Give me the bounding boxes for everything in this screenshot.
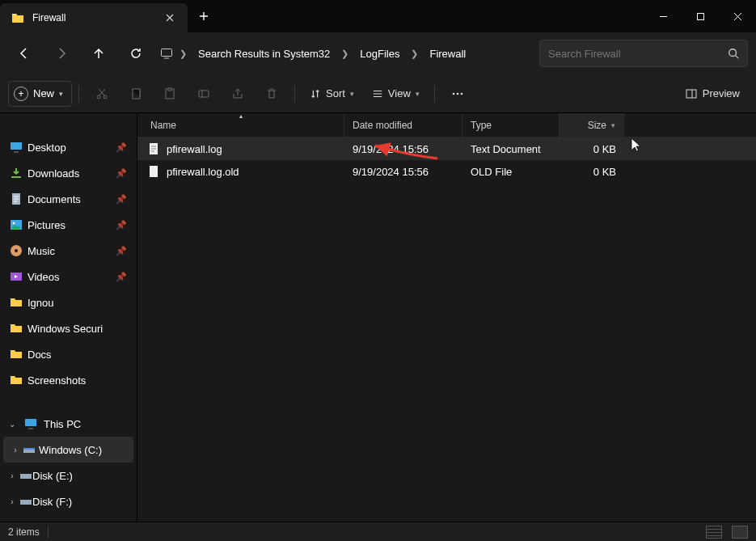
chevron-down-icon: ⌄	[6, 420, 18, 429]
sidebar-item-desktop[interactable]: Desktop📌	[0, 134, 137, 160]
delete-button[interactable]	[256, 80, 288, 108]
search-box[interactable]	[539, 40, 748, 67]
sidebar-item-music[interactable]: Music📌	[0, 238, 137, 264]
chevron-down-icon: ▾	[59, 90, 63, 98]
svg-rect-27	[150, 166, 158, 177]
preview-button[interactable]: Preview	[677, 80, 748, 108]
chevron-down-icon: ▾	[350, 90, 354, 98]
up-button[interactable]	[82, 39, 115, 68]
sidebar-item-docs[interactable]: Docs	[0, 341, 137, 367]
drive-icon	[19, 495, 32, 508]
svg-rect-0	[697, 13, 703, 19]
sidebar-item-ignou[interactable]: Ignou	[0, 290, 137, 315]
chevron-right-icon: ›	[10, 446, 21, 454]
pictures-icon	[10, 218, 23, 231]
new-tab-button[interactable]	[188, 0, 220, 32]
svg-point-2	[729, 49, 737, 57]
sidebar-item-drive-f[interactable]: ›Disk (F:)	[0, 488, 137, 514]
download-icon	[10, 167, 23, 180]
svg-rect-12	[686, 90, 696, 98]
maximize-button[interactable]	[682, 0, 719, 32]
column-headers: ▴Name Date modified Type Size▾	[137, 113, 756, 137]
breadcrumb-segment[interactable]: LogFiles	[355, 44, 404, 63]
svg-rect-25	[20, 500, 32, 505]
back-button[interactable]	[8, 39, 40, 68]
sidebar-item-drive-e[interactable]: ›Disk (E:)	[0, 463, 137, 488]
minimize-button[interactable]	[644, 0, 682, 32]
sidebar-item-videos[interactable]: Videos📌	[0, 264, 137, 290]
paste-button[interactable]	[154, 80, 186, 108]
column-size[interactable]: Size▾	[560, 113, 624, 137]
sort-button[interactable]: Sort ▾	[302, 80, 362, 108]
folder-icon	[11, 11, 24, 24]
chevron-right-icon: ›	[6, 497, 18, 506]
sidebar-item-screenshots[interactable]: Screenshots	[0, 367, 137, 393]
search-icon[interactable]	[728, 48, 739, 59]
svg-rect-23	[23, 448, 35, 450]
sidebar-item-drive-c[interactable]: ›Windows (C:)	[3, 437, 133, 463]
sidebar-item-windows-security[interactable]: Windows Securi	[0, 315, 137, 341]
file-list: ▴Name Date modified Type Size▾ pfirewall…	[137, 113, 756, 522]
folder-icon	[10, 374, 23, 387]
toolbar: + New ▾ Sort ▾ View ▾ Preview	[0, 74, 756, 113]
chevron-right-icon[interactable]: ❯	[341, 49, 348, 59]
more-button[interactable]	[441, 80, 474, 108]
videos-icon	[10, 270, 23, 283]
file-row[interactable]: pfirewall.log.old 9/19/2024 15:56 OLD Fi…	[137, 160, 756, 183]
breadcrumb-segment[interactable]: Firewall	[424, 44, 471, 63]
svg-rect-1	[162, 49, 172, 57]
svg-rect-13	[11, 142, 22, 150]
monitor-icon	[24, 417, 37, 430]
drive-icon	[23, 443, 36, 456]
share-button[interactable]	[222, 80, 254, 108]
pin-icon: 📌	[116, 272, 127, 282]
forward-button[interactable]	[45, 39, 78, 68]
svg-rect-14	[11, 176, 21, 178]
chevron-right-icon[interactable]: ❯	[179, 49, 187, 59]
cut-button[interactable]	[86, 80, 118, 108]
sort-label: Sort	[326, 87, 345, 99]
thumbnails-view-toggle[interactable]	[732, 526, 748, 539]
copy-button[interactable]	[120, 80, 152, 108]
chevron-right-icon[interactable]: ❯	[411, 49, 418, 59]
close-tab-icon[interactable]	[163, 11, 176, 24]
window-tab[interactable]: Firewall	[0, 3, 188, 32]
file-row[interactable]: pfirewall.log 9/19/2024 15:56 Text Docum…	[137, 137, 756, 160]
status-bar: 2 items	[0, 522, 756, 541]
svg-point-11	[461, 92, 463, 95]
view-button[interactable]: View ▾	[364, 80, 428, 108]
window-controls	[644, 0, 756, 32]
plus-icon: +	[14, 87, 28, 101]
text-file-icon	[147, 142, 160, 155]
folder-icon	[10, 348, 23, 361]
pin-icon: 📌	[116, 220, 127, 230]
music-icon	[10, 244, 23, 257]
item-count: 2 items	[8, 526, 40, 538]
chevron-down-icon: ▾	[416, 90, 420, 98]
breadcrumb-segment[interactable]: Search Results in System32	[193, 44, 335, 63]
svg-point-3	[97, 95, 100, 99]
rename-button[interactable]	[188, 80, 220, 108]
pin-icon: 📌	[116, 168, 127, 179]
address-bar[interactable]: ❯ Search Results in System32 ❯ LogFiles …	[157, 44, 534, 63]
sidebar-item-this-pc[interactable]: ⌄ This PC	[0, 411, 137, 437]
sidebar: Desktop📌 Downloads📌 Documents📌 Pictures📌…	[0, 113, 137, 522]
refresh-button[interactable]	[120, 39, 152, 68]
folder-icon	[10, 296, 23, 309]
new-button[interactable]: + New ▾	[8, 81, 72, 107]
close-window-button[interactable]	[719, 0, 756, 32]
column-name[interactable]: ▴Name	[137, 113, 344, 137]
search-input[interactable]	[548, 48, 720, 60]
svg-rect-24	[20, 474, 32, 479]
svg-rect-7	[168, 88, 171, 91]
details-view-toggle[interactable]	[706, 526, 722, 539]
sidebar-item-pictures[interactable]: Pictures📌	[0, 212, 137, 238]
view-label: View	[388, 87, 411, 99]
column-date[interactable]: Date modified	[344, 113, 462, 137]
svg-point-19	[15, 249, 18, 252]
column-type[interactable]: Type	[462, 113, 560, 137]
sidebar-item-downloads[interactable]: Downloads📌	[0, 160, 137, 186]
pin-icon: 📌	[116, 142, 127, 153]
sidebar-item-documents[interactable]: Documents📌	[0, 186, 137, 212]
folder-icon	[10, 322, 23, 335]
